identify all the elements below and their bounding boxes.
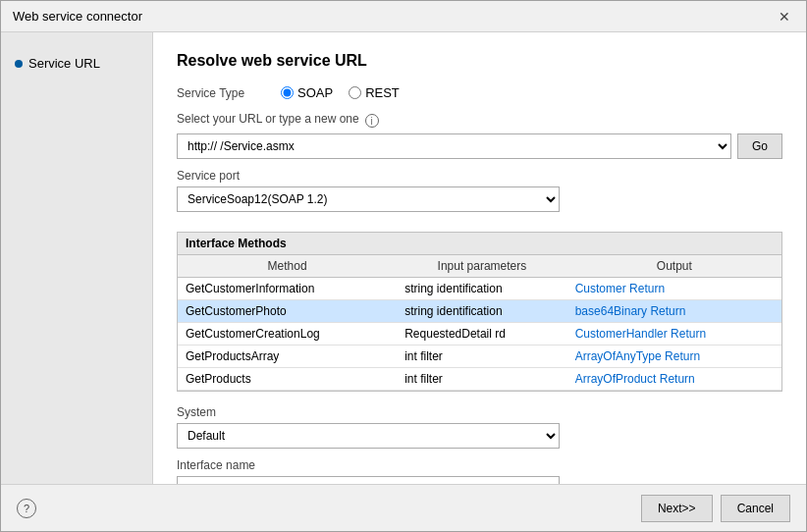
soap-label: SOAP [297, 85, 333, 100]
table-row[interactable]: GetProductsArrayint filterArrayOfAnyType… [178, 346, 781, 368]
sidebar-item-label: Service URL [28, 56, 100, 71]
cell-method: GetProducts [178, 368, 397, 391]
close-button[interactable]: ✕ [775, 7, 794, 27]
url-input-row: http:// /Service.asmx Go [177, 133, 782, 159]
cell-output: CustomerHandler Return [567, 323, 781, 346]
interface-methods-header: Interface Methods [178, 233, 781, 255]
footer-right: Next>> Cancel [641, 495, 790, 522]
cell-output: Customer Return [567, 278, 781, 300]
cell-method: GetProductsArray [178, 346, 397, 368]
table-row[interactable]: GetCustomerPhotostring identificationbas… [178, 300, 781, 323]
dialog-window: Web service connector ✕ Service URL Reso… [0, 0, 807, 532]
system-row: Default [177, 423, 782, 449]
section-title: Resolve web service URL [177, 52, 782, 70]
cell-output: base64Binary Return [567, 300, 781, 323]
form-area: Resolve web service URL Service Type SOA… [153, 32, 806, 484]
system-select[interactable]: Default [177, 423, 560, 449]
sidebar: Service URL [1, 32, 153, 484]
url-field-label: Select your URL or type a new one [177, 112, 359, 126]
col-input: Input parameters [397, 255, 567, 278]
go-button[interactable]: Go [737, 133, 782, 159]
next-button[interactable]: Next>> [641, 495, 713, 522]
url-label-row: Select your URL or type a new one i [177, 112, 782, 130]
service-type-label: Service Type [177, 86, 265, 100]
interface-name-input[interactable] [177, 476, 560, 484]
interface-name-label: Interface name [177, 458, 782, 472]
main-content-area: Service URL Resolve web service URL Serv… [1, 32, 806, 484]
cell-input: string identification [397, 278, 567, 300]
cell-input: int filter [397, 346, 567, 368]
footer: ? Next>> Cancel [1, 484, 806, 531]
port-label: Service port [177, 169, 782, 183]
system-label: System [177, 405, 782, 419]
service-type-row: Service Type SOAP REST [177, 85, 782, 100]
port-select[interactable]: ServiceSoap12(SOAP 1.2) [177, 186, 560, 212]
footer-left: ? [17, 499, 36, 518]
cell-method: GetCustomerCreationLog [178, 323, 397, 346]
help-button[interactable]: ? [17, 499, 36, 518]
soap-radio-label[interactable]: SOAP [281, 85, 333, 100]
table-header-row: Method Input parameters Output [178, 255, 781, 278]
rest-radio[interactable] [349, 86, 361, 99]
cancel-button[interactable]: Cancel [721, 495, 790, 522]
sidebar-item-service-url[interactable]: Service URL [13, 52, 140, 75]
interface-methods-section: Interface Methods Method Input parameter… [177, 232, 782, 392]
cell-method: GetCustomerPhoto [178, 300, 397, 323]
col-method: Method [178, 255, 397, 278]
rest-label: REST [365, 85, 400, 100]
table-row[interactable]: GetProductsint filterArrayOfProduct Retu… [178, 368, 781, 391]
info-icon[interactable]: i [365, 114, 379, 128]
window-title: Web service connector [13, 9, 142, 24]
title-bar: Web service connector ✕ [1, 1, 806, 32]
cell-input: int filter [397, 368, 567, 391]
methods-table: Method Input parameters Output GetCustom… [178, 255, 781, 391]
cell-input: RequestedDetail rd [397, 323, 567, 346]
cell-input: string identification [397, 300, 567, 323]
sidebar-dot-icon [15, 60, 23, 68]
cell-method: GetCustomerInformation [178, 278, 397, 300]
cell-output: ArrayOfProduct Return [567, 368, 781, 391]
table-row[interactable]: GetCustomerCreationLogRequestedDetail rd… [178, 323, 781, 346]
soap-radio[interactable] [281, 86, 294, 99]
table-row[interactable]: GetCustomerInformationstring identificat… [178, 278, 781, 300]
rest-radio-label[interactable]: REST [349, 85, 400, 100]
col-output: Output [567, 255, 781, 278]
url-select[interactable]: http:// /Service.asmx [177, 133, 731, 159]
cell-output: ArrayOfAnyType Return [567, 346, 781, 368]
